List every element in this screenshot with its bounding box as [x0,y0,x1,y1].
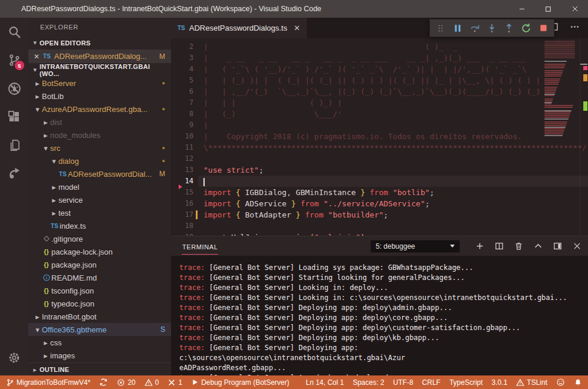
open-editor-item[interactable]: ✕TSADResetPasswordDialog...M [28,50,171,63]
debug-arrow-marker[interactable] [179,184,182,189]
debug-gripper[interactable] [432,20,449,37]
line-number[interactable]: 15 [171,187,198,198]
tree-item-package-json[interactable]: {}package.json [28,258,171,271]
tab-close-icon[interactable]: ✕ [294,24,300,32]
activity-documents[interactable] [0,131,28,159]
tree-item-test[interactable]: ▸test [28,206,171,219]
line-number[interactable]: 11 [171,142,198,153]
code-editor[interactable]: 2| ( )_ _3| _ __ _ __ __ _ __ _ _ __ ___… [171,38,588,236]
maximize-panel-button[interactable] [533,241,543,252]
minimap-line [544,115,570,116]
open-editors-header[interactable]: ▾ OPEN EDITORS [28,36,171,50]
activity-extensions[interactable] [0,103,28,131]
pause-button[interactable] [449,20,466,37]
toggle-panel-button[interactable] [552,241,563,252]
close-window-button[interactable] [561,0,588,18]
line-number[interactable]: 7 [171,97,198,108]
line-number[interactable]: 8 [171,108,198,120]
stop-button[interactable] [535,20,551,37]
step-over-button[interactable] [467,20,483,37]
line-number[interactable]: 16 [171,198,198,209]
line-number[interactable]: 17 [171,209,198,220]
maximize-button[interactable] [535,0,561,18]
line-number[interactable]: 13 [171,164,198,176]
status-indentation[interactable]: Spaces: 2 [353,378,384,387]
line-number[interactable]: 19 [171,232,198,236]
new-terminal-button[interactable] [474,241,485,252]
split-terminal-button[interactable] [494,241,504,252]
tree-item-css[interactable]: ▸css [28,336,171,349]
close-editor-icon[interactable]: ✕ [34,52,40,61]
status-cursor-position[interactable]: Ln 14, Col 1 [306,378,344,387]
minimap[interactable] [542,38,580,236]
minimize-button[interactable] [508,0,535,18]
tree-item-service[interactable]: ▸service [28,193,171,206]
line-number[interactable]: 6 [171,86,198,97]
status-branch[interactable]: MigrationToBotFmwV4* [6,378,90,387]
activity-share[interactable] [0,159,28,187]
new-terminal-icon [475,241,485,251]
line-number[interactable]: 18 [171,220,198,232]
outline-header[interactable]: ▸ OUTLINE [28,362,171,375]
line-number[interactable]: 14 [171,176,198,187]
terminal-tab[interactable]: TERMINAL [182,239,218,255]
status-eol[interactable]: CRLF [422,378,441,387]
status-errors[interactable]: 20 [117,378,135,387]
terminal-output[interactable]: trace: [General Bot Server] Loading sys … [171,256,588,375]
tree-item-tsconfig-json[interactable]: {}tsconfig.json [28,284,171,297]
tree-item-adresetpassworddial[interactable]: TSADResetPasswordDial...M [28,167,171,180]
tree-item-dist[interactable]: ▸dist [28,116,171,128]
tree-item-model[interactable]: ▸model [28,180,171,193]
restart-button[interactable] [518,20,534,37]
status-sync[interactable] [99,378,108,387]
workspace-header[interactable]: ▾ INTRANETBOTQUICKSTART.GBAI (WO... [28,63,171,77]
tree-item-typedoc-json[interactable]: {}typedoc.json [28,297,171,310]
status-debug-target[interactable]: Debug Program (BotServer) [191,378,289,387]
kill-terminal-button[interactable] [513,241,524,252]
status-tslint[interactable]: TSLint [516,378,547,387]
step-into-button[interactable] [484,20,500,37]
line-number[interactable]: 10 [171,131,198,142]
tree-item-package-lock-json[interactable]: {}package-lock.json [28,245,171,258]
line-content [198,176,588,187]
tree-item-index-ts[interactable]: TSindex.ts [28,219,171,232]
minimap-line [544,128,565,129]
terminal-select[interactable]: 5: debuggee [370,240,460,253]
tree-item-dialog[interactable]: ▾dialog● [28,154,171,167]
status-ts-version[interactable]: 3.0.1 [492,378,508,387]
tree-item-botserver[interactable]: ▸BotServer● [28,77,171,90]
tree-item-readme-md[interactable]: README.md [28,271,171,284]
line-number[interactable]: 2 [171,41,198,52]
more-actions-button[interactable] [569,21,580,35]
chevron-down-icon: ▾ [31,39,40,47]
code-line-15: 15import { IGBDialog, GBMinInstance } fr… [171,187,588,198]
line-number[interactable]: 5 [171,75,198,86]
status-feedback[interactable] [556,378,565,387]
line-number[interactable]: 3 [171,52,198,64]
tree-item-office365-gbtheme[interactable]: ▾Office365.gbthemeS [28,323,171,336]
tab-adresetpassworddialogs[interactable]: TS ADResetPasswordDialogs.ts ✕ [171,18,307,38]
tree-item-src[interactable]: ▾src● [28,141,171,154]
status-language[interactable]: TypeScript [449,378,483,387]
step-out-button[interactable] [501,20,517,37]
close-panel-button[interactable] [571,241,582,252]
activity-source-control[interactable]: 5 [0,46,28,74]
line-number[interactable]: 12 [171,153,198,164]
status-tasks[interactable]: 1 [167,378,182,387]
tree-item-gitignore[interactable]: .gitignore [28,232,171,245]
ts-file-icon: TS [50,223,60,229]
tree-item-images[interactable]: ▸images [28,349,171,362]
tree-item-node-modules[interactable]: ▸node_modules [28,128,171,141]
activity-settings[interactable] [0,344,28,372]
status-encoding[interactable]: UTF-8 [393,378,413,387]
tree-item-botlib[interactable]: ▸BotLib [28,90,171,103]
activity-search[interactable] [0,18,28,46]
line-number[interactable]: 9 [171,120,198,131]
tree-item-intranetbot-gbot[interactable]: ▸IntranetBot.gbot [28,310,171,323]
json-file-icon: {} [44,300,49,307]
status-warnings[interactable]: 0 [144,378,159,387]
activity-debug[interactable] [0,74,28,103]
status-notifications[interactable] [574,378,582,387]
line-number[interactable]: 4 [171,64,198,75]
tree-item-azureadpasswordreset-gba[interactable]: ▾AzureADPasswordReset.gba...● [28,103,171,116]
